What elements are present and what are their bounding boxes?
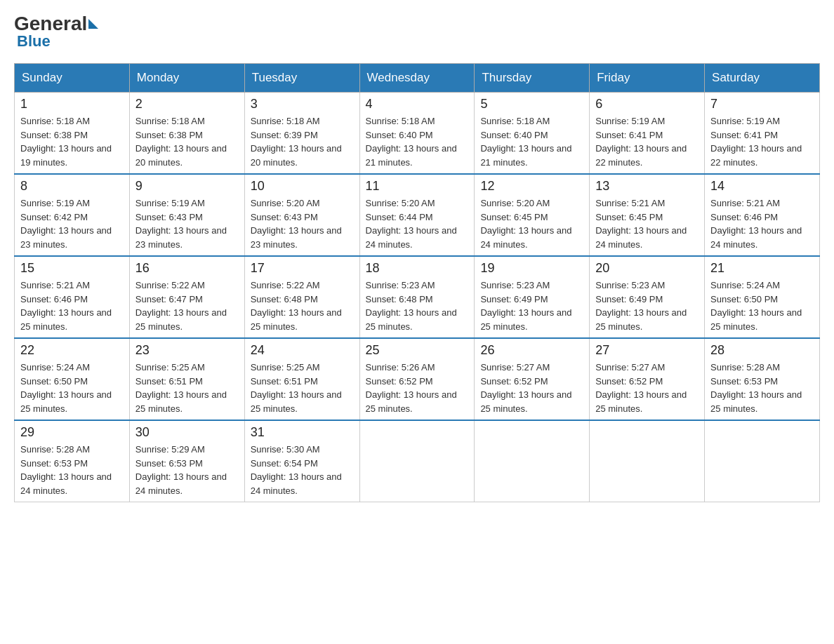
day-number: 15	[20, 261, 124, 276]
calendar-cell: 2 Sunrise: 5:18 AMSunset: 6:38 PMDayligh…	[129, 93, 244, 175]
page-header: General Blue	[14, 14, 820, 51]
day-number: 31	[251, 425, 354, 440]
day-number: 13	[595, 179, 699, 194]
day-info: Sunrise: 5:20 AMSunset: 6:44 PMDaylight:…	[366, 196, 469, 251]
day-number: 21	[710, 261, 814, 276]
calendar-cell: 16 Sunrise: 5:22 AMSunset: 6:47 PMDaylig…	[129, 256, 244, 338]
week-row-1: 1 Sunrise: 5:18 AMSunset: 6:38 PMDayligh…	[15, 93, 820, 175]
logo-blue-text: Blue	[17, 32, 51, 51]
day-info: Sunrise: 5:23 AMSunset: 6:49 PMDaylight:…	[480, 279, 583, 333]
day-info: Sunrise: 5:18 AMSunset: 6:40 PMDaylight:…	[366, 114, 469, 169]
header-monday: Monday	[129, 64, 244, 93]
day-number: 4	[366, 97, 469, 112]
day-number: 1	[20, 97, 124, 112]
day-info: Sunrise: 5:28 AMSunset: 6:53 PMDaylight:…	[710, 361, 814, 415]
header-wednesday: Wednesday	[359, 64, 475, 93]
calendar-cell: 27 Sunrise: 5:27 AMSunset: 6:52 PMDaylig…	[590, 338, 705, 420]
day-number: 25	[366, 343, 469, 358]
day-info: Sunrise: 5:19 AMSunset: 6:41 PMDaylight:…	[595, 114, 699, 169]
day-number: 26	[480, 343, 583, 358]
day-number: 9	[135, 179, 239, 194]
day-number: 18	[366, 261, 469, 276]
day-info: Sunrise: 5:24 AMSunset: 6:50 PMDaylight:…	[710, 279, 814, 333]
calendar-cell: 20 Sunrise: 5:23 AMSunset: 6:49 PMDaylig…	[590, 256, 705, 338]
logo: General Blue	[14, 14, 100, 51]
day-number: 16	[135, 261, 239, 276]
calendar-cell	[705, 420, 820, 502]
day-info: Sunrise: 5:27 AMSunset: 6:52 PMDaylight:…	[480, 361, 583, 415]
header-sunday: Sunday	[15, 64, 130, 93]
day-number: 20	[595, 261, 699, 276]
calendar-cell	[475, 420, 590, 502]
day-number: 5	[480, 97, 583, 112]
header-thursday: Thursday	[475, 64, 590, 93]
day-info: Sunrise: 5:19 AMSunset: 6:41 PMDaylight:…	[710, 114, 814, 169]
header-row: SundayMondayTuesdayWednesdayThursdayFrid…	[15, 64, 820, 93]
header-friday: Friday	[590, 64, 705, 93]
calendar-table: SundayMondayTuesdayWednesdayThursdayFrid…	[14, 63, 820, 502]
day-number: 11	[366, 179, 469, 194]
calendar-cell: 19 Sunrise: 5:23 AMSunset: 6:49 PMDaylig…	[475, 256, 590, 338]
day-info: Sunrise: 5:30 AMSunset: 6:54 PMDaylight:…	[251, 443, 354, 497]
day-info: Sunrise: 5:18 AMSunset: 6:38 PMDaylight:…	[20, 114, 124, 169]
calendar-cell: 28 Sunrise: 5:28 AMSunset: 6:53 PMDaylig…	[705, 338, 820, 420]
day-number: 3	[251, 97, 354, 112]
day-number: 10	[251, 179, 354, 194]
day-info: Sunrise: 5:28 AMSunset: 6:53 PMDaylight:…	[20, 443, 124, 497]
calendar-cell: 31 Sunrise: 5:30 AMSunset: 6:54 PMDaylig…	[244, 420, 359, 502]
day-info: Sunrise: 5:27 AMSunset: 6:52 PMDaylight:…	[595, 361, 699, 415]
calendar-cell: 11 Sunrise: 5:20 AMSunset: 6:44 PMDaylig…	[359, 174, 475, 256]
calendar-cell: 17 Sunrise: 5:22 AMSunset: 6:48 PMDaylig…	[244, 256, 359, 338]
calendar-cell: 6 Sunrise: 5:19 AMSunset: 6:41 PMDayligh…	[590, 93, 705, 175]
day-info: Sunrise: 5:26 AMSunset: 6:52 PMDaylight:…	[366, 361, 469, 415]
calendar-cell: 22 Sunrise: 5:24 AMSunset: 6:50 PMDaylig…	[15, 338, 130, 420]
header-saturday: Saturday	[705, 64, 820, 93]
calendar-cell: 1 Sunrise: 5:18 AMSunset: 6:38 PMDayligh…	[15, 93, 130, 175]
week-row-2: 8 Sunrise: 5:19 AMSunset: 6:42 PMDayligh…	[15, 174, 820, 256]
day-info: Sunrise: 5:24 AMSunset: 6:50 PMDaylight:…	[20, 361, 124, 415]
calendar-cell: 8 Sunrise: 5:19 AMSunset: 6:42 PMDayligh…	[15, 174, 130, 256]
day-number: 28	[710, 343, 814, 358]
calendar-cell: 24 Sunrise: 5:25 AMSunset: 6:51 PMDaylig…	[244, 338, 359, 420]
day-number: 29	[20, 425, 124, 440]
day-number: 14	[710, 179, 814, 194]
calendar-cell: 13 Sunrise: 5:21 AMSunset: 6:45 PMDaylig…	[590, 174, 705, 256]
day-info: Sunrise: 5:18 AMSunset: 6:39 PMDaylight:…	[251, 114, 354, 169]
calendar-cell: 5 Sunrise: 5:18 AMSunset: 6:40 PMDayligh…	[475, 93, 590, 175]
day-number: 22	[20, 343, 124, 358]
calendar-cell: 21 Sunrise: 5:24 AMSunset: 6:50 PMDaylig…	[705, 256, 820, 338]
day-number: 2	[135, 97, 239, 112]
calendar-cell	[590, 420, 705, 502]
day-number: 8	[20, 179, 124, 194]
calendar-cell: 10 Sunrise: 5:20 AMSunset: 6:43 PMDaylig…	[244, 174, 359, 256]
day-info: Sunrise: 5:22 AMSunset: 6:48 PMDaylight:…	[251, 279, 354, 333]
day-info: Sunrise: 5:21 AMSunset: 6:45 PMDaylight:…	[595, 196, 699, 251]
day-info: Sunrise: 5:23 AMSunset: 6:49 PMDaylight:…	[595, 279, 699, 333]
calendar-cell: 14 Sunrise: 5:21 AMSunset: 6:46 PMDaylig…	[705, 174, 820, 256]
day-info: Sunrise: 5:25 AMSunset: 6:51 PMDaylight:…	[135, 361, 239, 415]
week-row-3: 15 Sunrise: 5:21 AMSunset: 6:46 PMDaylig…	[15, 256, 820, 338]
calendar-cell: 18 Sunrise: 5:23 AMSunset: 6:48 PMDaylig…	[359, 256, 475, 338]
day-number: 24	[251, 343, 354, 358]
logo-general-text: General	[14, 14, 87, 34]
day-number: 17	[251, 261, 354, 276]
day-number: 7	[710, 97, 814, 112]
day-number: 19	[480, 261, 583, 276]
day-info: Sunrise: 5:18 AMSunset: 6:40 PMDaylight:…	[480, 114, 583, 169]
day-info: Sunrise: 5:18 AMSunset: 6:38 PMDaylight:…	[135, 114, 239, 169]
calendar-cell: 15 Sunrise: 5:21 AMSunset: 6:46 PMDaylig…	[15, 256, 130, 338]
week-row-4: 22 Sunrise: 5:24 AMSunset: 6:50 PMDaylig…	[15, 338, 820, 420]
day-info: Sunrise: 5:29 AMSunset: 6:53 PMDaylight:…	[135, 443, 239, 497]
day-number: 6	[595, 97, 699, 112]
day-info: Sunrise: 5:20 AMSunset: 6:43 PMDaylight:…	[251, 196, 354, 251]
calendar-cell: 4 Sunrise: 5:18 AMSunset: 6:40 PMDayligh…	[359, 93, 475, 175]
calendar-cell: 23 Sunrise: 5:25 AMSunset: 6:51 PMDaylig…	[129, 338, 244, 420]
calendar-cell: 30 Sunrise: 5:29 AMSunset: 6:53 PMDaylig…	[129, 420, 244, 502]
day-number: 23	[135, 343, 239, 358]
calendar-cell: 3 Sunrise: 5:18 AMSunset: 6:39 PMDayligh…	[244, 93, 359, 175]
calendar-cell: 7 Sunrise: 5:19 AMSunset: 6:41 PMDayligh…	[705, 93, 820, 175]
day-info: Sunrise: 5:21 AMSunset: 6:46 PMDaylight:…	[710, 196, 814, 251]
day-info: Sunrise: 5:23 AMSunset: 6:48 PMDaylight:…	[366, 279, 469, 333]
calendar-cell: 29 Sunrise: 5:28 AMSunset: 6:53 PMDaylig…	[15, 420, 130, 502]
header-tuesday: Tuesday	[244, 64, 359, 93]
